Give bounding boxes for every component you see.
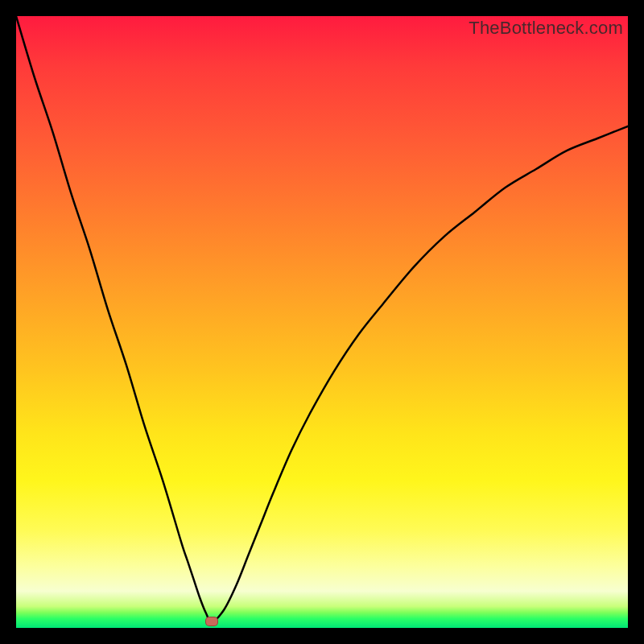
chart-frame: TheBottleneck.com <box>0 0 644 644</box>
bottleneck-curve <box>16 16 628 628</box>
plot-area: TheBottleneck.com <box>16 16 628 628</box>
watermark-text: TheBottleneck.com <box>469 18 623 39</box>
optimum-marker <box>205 617 218 626</box>
